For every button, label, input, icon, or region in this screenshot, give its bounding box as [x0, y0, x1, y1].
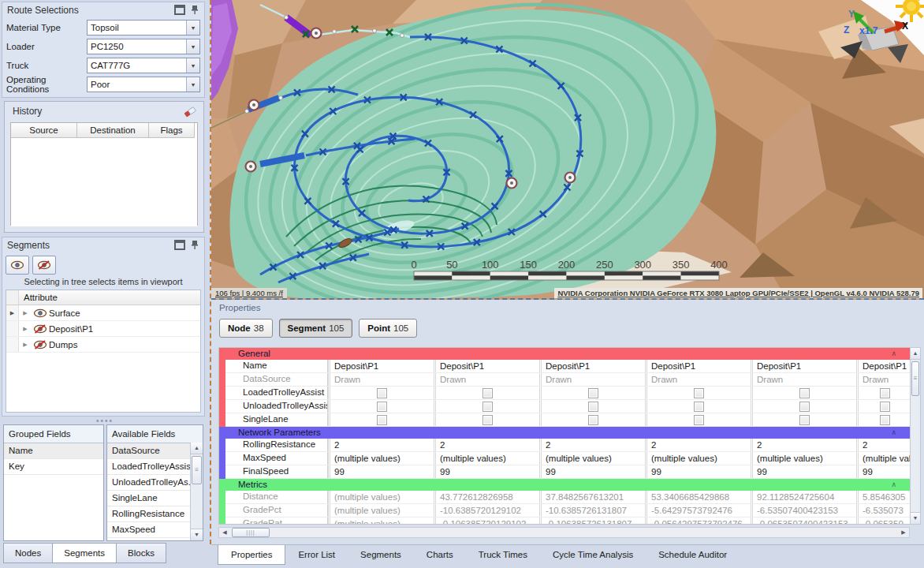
checkbox[interactable] [880, 402, 890, 412]
tab-truck-times[interactable]: Truck Times [466, 545, 540, 564]
attribute-column-header[interactable]: Attribute [19, 290, 200, 305]
field-item[interactable]: SingleLane [107, 491, 191, 506]
property-value-cell[interactable]: 2 [856, 439, 911, 451]
tab-cycle-time-analysis[interactable]: Cycle Time Analysis [540, 545, 646, 564]
field-item[interactable]: LoadedTrolleyAssist [107, 459, 191, 475]
property-value-cell[interactable]: 99 [434, 465, 539, 478]
show-all-button[interactable] [6, 256, 29, 275]
property-value-cell[interactable]: 99 [751, 465, 856, 478]
eye-icon[interactable] [32, 308, 49, 318]
node-selector-button[interactable]: Node38 [219, 319, 273, 338]
property-checkbox-cell[interactable] [539, 400, 645, 413]
checkbox[interactable] [880, 388, 890, 398]
segment-selector-button[interactable]: Segment105 [279, 319, 353, 338]
property-value-cell[interactable]: Deposit\P1 [856, 360, 911, 372]
property-value-cell[interactable]: Drawn [434, 373, 539, 386]
checkbox[interactable] [799, 402, 810, 412]
property-value-cell[interactable]: Drawn [751, 373, 856, 386]
history-column-destination[interactable]: Destination [77, 123, 149, 138]
property-value-cell[interactable]: Deposit\P1 [751, 360, 856, 372]
section-header[interactable]: Metrics∧ [219, 479, 911, 491]
property-checkbox-cell[interactable] [434, 387, 539, 399]
property-checkbox-cell[interactable] [645, 413, 751, 426]
checkbox[interactable] [377, 415, 387, 425]
property-value-cell[interactable]: 37.8482567613201 [539, 491, 645, 503]
checkbox[interactable] [588, 402, 598, 412]
speed-sign-icon[interactable] [311, 28, 322, 39]
pin-icon[interactable] [190, 240, 201, 250]
scroll-down-icon[interactable]: ▼ [911, 512, 920, 524]
scrollbar-thumb[interactable]: ≡ [911, 361, 919, 396]
speed-sign-icon[interactable] [565, 173, 576, 183]
speed-sign-icon[interactable] [246, 162, 256, 172]
property-value-cell[interactable]: (multiple values) [645, 452, 751, 465]
property-value-cell[interactable]: Deposit\P1 [328, 360, 434, 372]
tab-segments[interactable]: Segments [53, 543, 117, 563]
tab-segments[interactable]: Segments [348, 545, 414, 564]
property-value-cell[interactable]: 99 [328, 465, 434, 478]
property-value-cell[interactable]: Deposit\P1 [539, 360, 645, 372]
collapse-icon[interactable]: ∧ [891, 348, 896, 360]
checkbox[interactable] [799, 388, 810, 398]
viewport-3d[interactable]: 050100150200250300350400 [211, 0, 924, 300]
expand-icon[interactable]: ▶ [19, 310, 32, 316]
field-item[interactable]: Name [4, 443, 103, 459]
checkbox[interactable] [588, 415, 598, 425]
tab-nodes[interactable]: Nodes [3, 543, 53, 563]
collapse-icon[interactable]: ∧ [891, 427, 896, 439]
scrollbar-thumb[interactable]: ≡ [192, 456, 202, 484]
property-value-cell[interactable]: -5.64297573792476 [645, 504, 751, 517]
eye-slash-icon[interactable] [32, 340, 49, 349]
tab-error-list[interactable]: Error List [285, 545, 348, 564]
checkbox[interactable] [880, 415, 890, 425]
hide-all-button[interactable] [32, 256, 56, 275]
properties-horizontal-scrollbar[interactable]: ◀ |||| ▶ [218, 527, 910, 538]
field-item[interactable]: DataSource [107, 443, 191, 459]
tab-charts[interactable]: Charts [414, 545, 466, 564]
property-value-cell[interactable]: 2 [328, 439, 434, 451]
speed-sign-icon[interactable] [249, 100, 259, 110]
property-value-cell[interactable]: (multiple values) [856, 452, 911, 465]
field-item[interactable]: UnloadedTrolleyAs... [107, 475, 191, 491]
checkbox[interactable] [482, 402, 493, 412]
section-header[interactable]: General∧ [219, 348, 911, 360]
scroll-down-icon[interactable]: ▼ [191, 529, 203, 540]
property-checkbox-cell[interactable] [328, 387, 434, 399]
tree-row-surface[interactable]: ▶▶Surface [6, 305, 200, 321]
checkbox[interactable] [482, 415, 493, 425]
property-checkbox-cell[interactable] [856, 387, 911, 399]
property-checkbox-cell[interactable] [751, 387, 856, 399]
property-value-cell[interactable]: -0.0653507400423153 [751, 518, 856, 525]
property-checkbox-cell[interactable] [856, 400, 911, 413]
material-type-dropdown[interactable]: Topsoil▼ [87, 20, 200, 36]
chevron-down-icon[interactable]: ▼ [186, 77, 199, 92]
property-value-cell[interactable]: -10.6385720129102 [434, 504, 539, 517]
field-item[interactable]: MaxSpeed [107, 522, 191, 538]
property-value-cell[interactable]: Deposit\P1 [434, 360, 539, 372]
property-value-cell[interactable]: 99 [539, 465, 645, 478]
operating-conditions-dropdown[interactable]: Poor▼ [87, 77, 200, 92]
field-item[interactable]: RollingResistance [107, 506, 191, 522]
chevron-down-icon[interactable]: ▼ [186, 39, 199, 54]
eraser-icon[interactable] [184, 105, 197, 124]
checkbox[interactable] [799, 415, 810, 425]
property-value-cell[interactable]: (multiple values) [751, 452, 856, 465]
property-value-cell[interactable]: (multiple values) [328, 452, 434, 465]
checkbox[interactable] [694, 402, 704, 412]
property-value-cell[interactable]: (multiple values) [328, 518, 434, 525]
scrollbar-thumb[interactable]: |||| [232, 528, 270, 537]
property-checkbox-cell[interactable] [751, 413, 856, 426]
maximize-icon[interactable] [174, 240, 185, 250]
speed-sign-icon[interactable] [507, 178, 517, 189]
property-checkbox-cell[interactable] [645, 400, 751, 413]
expand-icon[interactable]: ▶ [19, 326, 32, 332]
property-value-cell[interactable]: Deposit\P1 [645, 360, 751, 372]
property-value-cell[interactable]: 53.3406685429868 [645, 491, 751, 503]
property-value-cell[interactable]: (multiple values) [328, 504, 434, 517]
field-item[interactable]: Key [4, 459, 103, 475]
property-value-cell[interactable]: -0.106385720129102 [434, 518, 539, 525]
property-value-cell[interactable]: Drawn [856, 373, 911, 386]
checkbox[interactable] [377, 402, 387, 412]
history-column-source[interactable]: Source [11, 123, 77, 138]
property-value-cell[interactable]: -0.106385726131807 [539, 518, 645, 525]
